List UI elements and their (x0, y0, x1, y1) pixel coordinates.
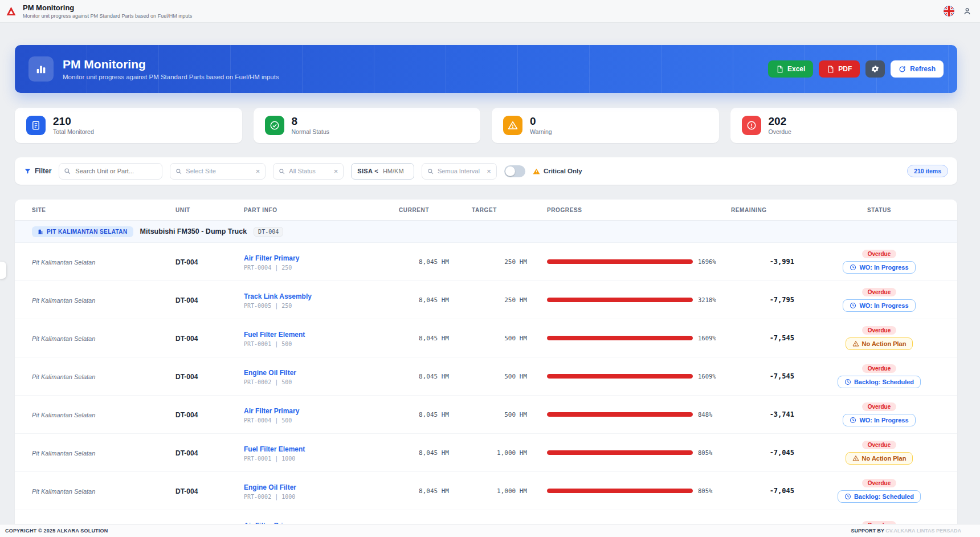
app-logo (6, 6, 17, 17)
row-site: Pit Kalimantan Selatan (32, 259, 95, 266)
file-icon (827, 66, 834, 73)
status-badge: Overdue (862, 402, 897, 411)
part-code: PRT-0001 | 500 (244, 341, 391, 348)
part-code: PRT-0001 | 1000 (244, 455, 391, 462)
clock-icon (844, 379, 851, 385)
uk-flag-icon[interactable] (944, 6, 954, 17)
row-site: Pit Kalimantan Selatan (32, 335, 95, 342)
search-icon (175, 168, 182, 174)
excel-export-button[interactable]: Excel (768, 60, 813, 78)
excel-button-label: Excel (787, 65, 805, 73)
row-unit: DT-004 (175, 449, 198, 457)
stat-cards: 210 Total Monitored 8 Normal Status 0 Wa… (15, 108, 957, 143)
status-badge: Overdue (862, 479, 897, 487)
site-select-placeholder: Select Site (186, 168, 216, 174)
action-badge-label: WO: In Progress (859, 302, 908, 309)
refresh-button[interactable]: Refresh (891, 60, 944, 78)
progress-percent-label: 3218% (698, 296, 716, 303)
action-badge[interactable]: WO: In Progress (843, 261, 915, 274)
action-badge[interactable]: Backlog: Scheduled (838, 490, 921, 503)
action-badge-label: Backlog: Scheduled (854, 493, 914, 500)
row-target: 1,000 HM (465, 449, 530, 457)
clock-icon (850, 264, 856, 271)
items-count-badge: 210 items (907, 165, 948, 177)
progress-bar-fill (547, 259, 693, 264)
toggle-knob (505, 166, 515, 176)
action-badge[interactable]: No Action Plan (846, 452, 913, 465)
critical-only-toggle[interactable] (504, 165, 525, 177)
stat-value: 8 (292, 116, 330, 128)
row-target: 250 HM (465, 258, 530, 266)
sisa-label: SISA < (357, 168, 378, 174)
row-target: 500 HM (465, 411, 530, 418)
refresh-button-label: Refresh (910, 65, 936, 73)
progress-bar (547, 259, 693, 264)
clear-icon[interactable]: × (256, 168, 260, 175)
row-site: Pit Kalimantan Selatan (32, 488, 95, 495)
action-badge[interactable]: Backlog: Scheduled (838, 376, 921, 388)
alert-circle-icon (742, 116, 761, 135)
row-current: 8,045 HM (391, 411, 465, 418)
part-link[interactable]: Engine Oil Filter (244, 369, 296, 377)
site-select[interactable]: Select Site × (170, 163, 266, 180)
building-icon (38, 229, 43, 234)
col-part-info: PART INFO (227, 207, 391, 213)
status-select[interactable]: All Status × (273, 163, 344, 180)
warning-triangle-icon (533, 168, 540, 175)
sisa-input[interactable] (382, 167, 408, 175)
app-subtitle: Monitor unit progress against PM Standar… (23, 13, 192, 19)
pdf-export-button[interactable]: PDF (819, 60, 860, 78)
warning-icon (852, 340, 859, 347)
sisa-filter: SISA < (351, 163, 414, 180)
part-link[interactable]: Fuel Filter Element (244, 445, 305, 453)
unit-group-row: PIT KALIMANTAN SELATAN Mitsubishi FM350 … (15, 221, 957, 243)
part-link[interactable]: Air Filter Primary (244, 254, 299, 262)
row-target: 1,000 HM (465, 487, 530, 495)
row-site: Pit Kalimantan Selatan (32, 412, 95, 418)
progress-bar-fill (547, 298, 693, 302)
sidebar-handle[interactable] (0, 262, 6, 279)
search-input[interactable] (59, 163, 162, 180)
row-remaining: -7,795 (721, 296, 801, 304)
check-circle-icon (265, 116, 284, 135)
page-header: PM Monitoring Monitor unit progress agai… (15, 45, 957, 93)
app-title: PM Monitoring (23, 3, 192, 12)
stat-label: Overdue (769, 128, 791, 135)
progress-bar (547, 450, 693, 455)
action-badge[interactable]: WO: In Progress (843, 299, 915, 312)
row-remaining: -7,045 (721, 487, 801, 495)
progress-bar-fill (547, 489, 693, 493)
page-subtitle: Monitor unit progress against PM Standar… (63, 74, 279, 80)
search-icon (279, 168, 285, 174)
interval-select[interactable]: Semua Interval × (422, 163, 497, 180)
row-remaining: -3,741 (721, 410, 801, 418)
clear-icon[interactable]: × (334, 168, 338, 175)
part-link[interactable]: Fuel Filter Element (244, 331, 305, 339)
status-badge: Overdue (862, 250, 897, 258)
stat-value: 202 (769, 116, 791, 128)
user-icon[interactable] (963, 7, 971, 15)
search-icon (64, 168, 71, 174)
action-badge-label: WO: In Progress (859, 417, 908, 424)
interval-select-placeholder: Semua Interval (438, 168, 480, 174)
table-header: SITE UNIT PART INFO CURRENT TARGET PROGR… (15, 200, 957, 221)
part-link[interactable]: Air Filter Primary (244, 407, 299, 415)
status-badge: Overdue (862, 326, 897, 335)
part-code: PRT-0002 | 1000 (244, 494, 391, 501)
progress-bar-fill (547, 336, 693, 340)
progress-bar (547, 412, 693, 417)
settings-button[interactable] (865, 60, 885, 78)
stat-label: Warning (530, 128, 552, 135)
search-field (59, 163, 162, 180)
row-site: Pit Kalimantan Selatan (32, 450, 95, 457)
part-link[interactable]: Engine Oil Filter (244, 483, 296, 491)
part-code: PRT-0004 | 250 (244, 265, 391, 271)
clear-icon[interactable]: × (487, 168, 491, 175)
action-badge[interactable]: No Action Plan (846, 337, 913, 350)
stat-label: Normal Status (292, 128, 330, 135)
progress-percent-label: 1609% (698, 373, 716, 380)
status-badge: Overdue (862, 288, 897, 296)
col-site: SITE (15, 207, 158, 213)
action-badge[interactable]: WO: In Progress (843, 414, 915, 426)
part-link[interactable]: Track Link Assembly (244, 292, 312, 300)
